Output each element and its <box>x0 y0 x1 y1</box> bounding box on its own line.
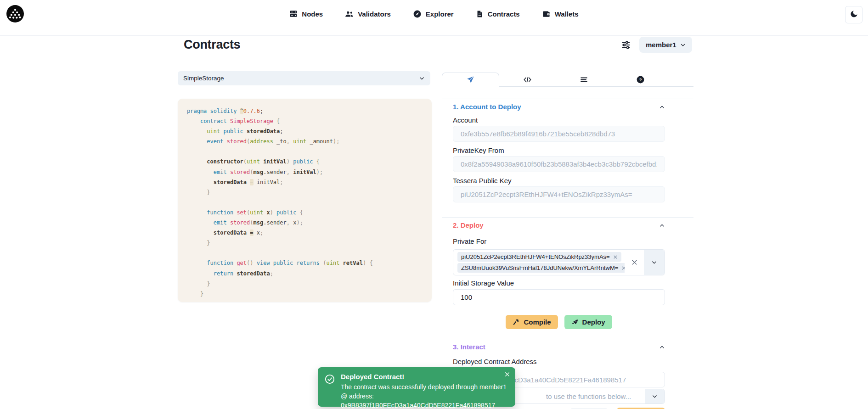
nav-label: Wallets <box>555 10 579 18</box>
private-for-tags: piU2051ZcP2ecpt3REthHJFW4+tENOsZikRpz33y… <box>453 250 625 275</box>
main-nav: Nodes Validators Explorer Contracts <box>0 0 868 28</box>
top-navbar: Nodes Validators Explorer Contracts <box>0 0 868 28</box>
private-for-tag: ZSU8mUuok39VuSnsFmHal178JdUNekw/XmYLArRn… <box>457 263 625 273</box>
page-title: Contracts <box>184 38 240 52</box>
divider <box>442 339 693 339</box>
sliders-icon[interactable] <box>621 40 631 52</box>
nav-item-validators[interactable]: Validators <box>345 10 391 18</box>
interact-section-heading: 3. Interact <box>453 342 485 352</box>
chevron-down-icon <box>419 75 425 81</box>
member-dropdown[interactable]: member1 <box>639 37 692 53</box>
collapse-account-button[interactable] <box>659 104 665 110</box>
initial-storage-label: Initial Storage Value <box>453 279 665 287</box>
chevron-up-icon <box>659 223 665 229</box>
rocket-icon <box>571 319 579 326</box>
panel-tabs: ? <box>442 73 693 87</box>
compile-button[interactable]: Compile <box>506 315 558 329</box>
svg-text:?: ? <box>639 77 642 82</box>
collapse-interact-button[interactable] <box>659 344 665 350</box>
nav-label: Validators <box>358 10 391 18</box>
tab-source-code[interactable] <box>499 73 556 86</box>
code-block: pragma solidity ^0.7.6; contract SimpleS… <box>178 99 432 302</box>
app-frame: Nodes Validators Explorer Contracts <box>0 0 868 409</box>
account-section-heading: 1. Account to Deploy <box>453 102 521 112</box>
users-icon <box>345 10 354 18</box>
wallet-icon <box>542 10 551 18</box>
account-section: 1. Account to Deploy Account PrivateKey … <box>453 102 665 202</box>
compass-icon <box>413 10 422 18</box>
check-circle-icon <box>325 374 335 386</box>
clear-all-icon[interactable] <box>625 250 644 275</box>
tessera-input[interactable] <box>453 186 665 202</box>
hammer-icon <box>513 319 520 326</box>
deploy-button[interactable]: Deploy <box>564 315 612 329</box>
toast-success: Deployed Contract! The contract was succ… <box>318 367 515 407</box>
nav-label: Nodes <box>302 10 323 18</box>
moon-icon <box>850 10 858 20</box>
nav-item-nodes[interactable]: Nodes <box>289 10 323 18</box>
nav-item-wallets[interactable]: Wallets <box>542 10 579 18</box>
tag-close-icon[interactable] <box>613 255 618 259</box>
deploy-section: 2. Deploy Private For piU2051ZcP2ecpt3RE… <box>453 221 665 329</box>
solidity-source: pragma solidity ^0.7.6; contract SimpleS… <box>187 106 423 299</box>
chevron-down-icon <box>651 259 657 265</box>
private-for-multiselect[interactable]: piU2051ZcP2ecpt3REthHJFW4+tENOsZikRpz33y… <box>453 249 665 275</box>
chevron-up-icon <box>659 344 665 350</box>
initial-storage-input[interactable] <box>453 289 665 305</box>
server-icon <box>289 10 298 18</box>
tab-help[interactable]: ? <box>612 73 669 86</box>
close-icon[interactable] <box>504 371 510 377</box>
theme-toggle-button[interactable] <box>845 6 862 23</box>
divider <box>0 35 868 36</box>
privatekey-label: PrivateKey From <box>453 146 665 155</box>
chevron-down-icon <box>680 42 686 48</box>
tag-close-icon[interactable] <box>621 266 625 270</box>
deploy-section-heading: 2. Deploy <box>453 221 484 230</box>
nav-item-contracts[interactable]: Contracts <box>476 10 520 18</box>
compile-button-label: Compile <box>524 318 551 326</box>
deploy-actions: Compile Deploy <box>453 315 665 329</box>
private-for-tag: piU2051ZcP2ecpt3REthHJFW4+tENOsZikRpz33y… <box>457 252 621 262</box>
member-label: member1 <box>646 41 676 49</box>
tab-deploy[interactable] <box>442 73 499 87</box>
nav-label: Explorer <box>426 10 454 18</box>
tag-label: piU2051ZcP2ecpt3REthHJFW4+tENOsZikRpz33y… <box>461 253 610 260</box>
nav-item-explorer[interactable]: Explorer <box>413 10 454 18</box>
toast-message: The contract was successfully deployed t… <box>341 382 514 409</box>
tag-label: ZSU8mUuok39VuSnsFmHal178JdUNekw/XmYLArRn… <box>461 264 618 271</box>
deployed-address-label: Deployed Contract Address <box>453 358 665 366</box>
dropdown-indicator[interactable] <box>644 250 665 275</box>
chevron-up-icon <box>659 104 665 110</box>
contract-select-value: SimpleStorage <box>183 75 224 82</box>
code-icon <box>523 75 532 84</box>
account-input[interactable] <box>453 126 665 142</box>
nav-label: Contracts <box>488 10 520 18</box>
account-label: Account <box>453 116 665 124</box>
toast-title: Deployed Contract! <box>341 373 404 381</box>
chevron-down-icon <box>652 393 658 399</box>
file-icon <box>476 10 484 18</box>
collapse-deploy-button[interactable] <box>659 223 665 229</box>
question-icon: ? <box>636 75 645 84</box>
private-for-label: Private For <box>453 237 665 246</box>
privatekey-input[interactable] <box>453 156 665 172</box>
paper-plane-icon <box>466 75 475 84</box>
contract-panel: ? 1. Account to Deploy Account PrivateKe… <box>442 73 693 409</box>
contract-select[interactable]: SimpleStorage <box>178 71 430 85</box>
list-icon <box>580 75 588 84</box>
deploy-button-label: Deploy <box>582 318 605 326</box>
divider <box>442 217 693 218</box>
dropdown-indicator[interactable] <box>645 389 665 403</box>
tab-details[interactable] <box>556 73 612 86</box>
divider <box>442 99 693 99</box>
tessera-label: Tessera Public Key <box>453 177 665 185</box>
